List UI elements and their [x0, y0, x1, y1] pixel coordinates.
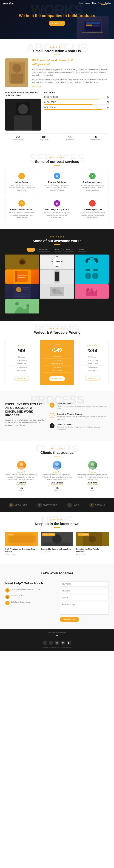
svg-rect-70: [54, 467, 60, 470]
service-title-4: Progress and Innovation: [8, 208, 35, 211]
pricing-cta-basic[interactable]: Choose Plan: [14, 376, 29, 380]
nav-item-contact[interactable]: Contact: [105, 2, 111, 4]
hero-logo[interactable]: Teamline: [3, 2, 13, 5]
service-card-4: ↻ Progress and Innovation We provide pro…: [5, 197, 38, 222]
hero-title-text2: to build: [63, 13, 78, 18]
about-image: +15 Awards Won: [5, 58, 28, 87]
pricing-plan-premium: PREMIUM: [79, 344, 106, 346]
contact-left: Need Help? Get in Touch 📍 123 Business S…: [5, 581, 54, 622]
svg-rect-13: [11, 73, 23, 84]
contact-address-text: 123 Business Street, New York, NY 10001: [11, 588, 41, 591]
service-title-5: Web Design and graphics: [44, 208, 70, 211]
portfolio-tab-web[interactable]: WEB: [52, 248, 62, 252]
portfolio-item-1[interactable]: [5, 254, 39, 269]
stat-years-label: Years Experience: [84, 139, 107, 141]
process-step-1: 1 Discover a Plan We start by discoverin…: [49, 403, 109, 410]
social-google[interactable]: g+: [61, 641, 65, 645]
logo-item-3: L LOGO: [67, 503, 79, 507]
social-facebook[interactable]: f: [43, 641, 47, 645]
service-card-2: ⚙ Flawless Solutions We provide flawless…: [41, 170, 73, 194]
svg-point-66: [26, 304, 29, 307]
portfolio-item-5[interactable]: [40, 270, 74, 284]
about-second-row: More than 8 Years of hard work and satis…: [5, 91, 109, 130]
social-youtube[interactable]: ▶: [67, 641, 71, 645]
svg-rect-55: [22, 289, 28, 290]
pricing-cta-freestyle[interactable]: Choose Plan: [49, 376, 65, 381]
portfolio-item-7[interactable]: [40, 284, 74, 299]
svg-point-28: [56, 256, 58, 257]
portfolio-tab-branding[interactable]: BRANDING: [36, 248, 51, 252]
about-section: ABOUT US OUR STORY Small Introduction Ab…: [0, 39, 114, 150]
contact-info-email: ✉ hello@teamlinethemes.com: [5, 601, 54, 605]
clients-grid: ★★★★★ Working with this team has been an…: [5, 461, 109, 492]
news-card-2[interactable]: DEVELOPMENT Designed for Dreamers, Every…: [41, 532, 73, 557]
svg-point-77: [52, 534, 62, 544]
social-twitter[interactable]: t: [49, 641, 53, 645]
portfolio-item-3[interactable]: [75, 254, 109, 284]
skill-name-2: CLEAN CODE 75: [44, 101, 109, 103]
form-message-textarea[interactable]: [60, 602, 109, 615]
footer-social: f t in g+ ▶: [5, 641, 109, 645]
svg-rect-22: [20, 261, 25, 264]
pricing-card-premium: PREMIUM $249 50 Projects 100 GB Storage …: [76, 341, 109, 384]
svg-rect-43: [15, 271, 16, 282]
logos-section: M MERCHANT S SWIFT·X·BUS L LOGO D DESIGN…: [0, 498, 114, 512]
skill-item-2: CLEAN CODE 75: [44, 101, 109, 104]
contact-layout: Need Help? Get in Touch 📍 123 Business S…: [5, 581, 109, 622]
process-section: PROCESS EXCELLENT RESULTS ARE AN OUTCOME…: [0, 391, 114, 441]
svg-point-29: [56, 266, 58, 267]
form-submit-button[interactable]: Send Message: [60, 617, 79, 622]
portfolio-item-9[interactable]: [5, 299, 39, 313]
svg-rect-54: [22, 287, 29, 288]
nav-item-home[interactable]: Home: [79, 2, 83, 4]
client-rating-1: ★★★★★: [5, 471, 37, 473]
news-card-3[interactable]: WORDPRESS Bootstrap the Most Popular Fra…: [76, 532, 109, 557]
nav-item-about[interactable]: About: [85, 2, 90, 4]
portfolio-item-2[interactable]: [40, 254, 74, 269]
service-card-3: ★ True Impressiveness We bring true impr…: [76, 170, 109, 194]
svg-point-40: [92, 273, 99, 279]
about-read-more[interactable]: Read More →: [32, 86, 43, 88]
contact-phone-text: +1 (555) 123-4567: [11, 595, 25, 597]
form-name-input[interactable]: [60, 581, 109, 587]
email-icon: ✉: [5, 601, 9, 605]
portfolio-tab-all[interactable]: ALL: [27, 248, 35, 252]
pricing-cta-premium[interactable]: Choose Plan: [85, 376, 100, 380]
about-divider: [54, 55, 60, 55]
process-step-3-desc: We design and develop your project using…: [56, 426, 109, 431]
portfolio-tab-mobile[interactable]: MOBILE: [63, 248, 75, 252]
hero-cta-button[interactable]: Read More: [49, 21, 65, 26]
clients-section: CLIENTS OUR CLIENTS Clients that trust u…: [0, 441, 114, 499]
clients-section-title: Clients that trust us: [5, 451, 109, 455]
pricing-features-premium: 50 Projects 100 GB Storage Unlimited Use…: [79, 355, 106, 372]
svg-point-50: [56, 281, 58, 282]
hero-title-text3: products: [78, 13, 95, 18]
form-email-input[interactable]: [60, 588, 109, 593]
nav-item-blog[interactable]: Blog: [92, 2, 96, 4]
news-content-1: 7 UX Principles for Creating a Great Web…: [5, 546, 38, 557]
hero-nav: Home About Blog Pages Contact: [79, 2, 111, 4]
portfolio-tab-print[interactable]: PRINT: [77, 248, 87, 252]
portfolio-section-title: Some of our awesome works: [5, 239, 109, 243]
news-title-3: Bootstrap the Most Popular Framework: [76, 548, 109, 553]
svg-rect-35: [85, 259, 88, 263]
pricing-feature-premium-1: 50 Projects: [79, 355, 106, 359]
portfolio-tabs: ALL BRANDING WEB MOBILE PRINT: [5, 248, 109, 252]
process-step-1-desc: We start by discovering and planning the…: [56, 405, 109, 410]
social-linkedin[interactable]: in: [55, 641, 59, 645]
pricing-feature-basic-2: 10 GB Storage: [8, 359, 35, 362]
about-content: +15 Awards Won We love what we do & we d…: [5, 58, 109, 88]
portfolio-item-8[interactable]: [75, 284, 109, 299]
news-meta-3: March 10, 2024: [76, 554, 109, 555]
svg-rect-36: [96, 259, 98, 263]
nav-item-pages[interactable]: Pages: [98, 2, 103, 4]
logo-item-4: D DESIGNO: [89, 503, 105, 507]
client-num-1: 25: [5, 487, 37, 490]
logo-icon-1: M: [9, 503, 14, 507]
news-grid: DESIGN 7 UX Principles for Creating a Gr…: [5, 532, 109, 557]
portfolio-item-4[interactable]: [5, 270, 39, 284]
portfolio-item-6[interactable]: [5, 284, 39, 299]
client-text-1: Working with this team has been an absol…: [5, 474, 37, 481]
news-card-1[interactable]: DESIGN 7 UX Principles for Creating a Gr…: [5, 532, 38, 557]
form-subject-input[interactable]: [60, 595, 109, 600]
